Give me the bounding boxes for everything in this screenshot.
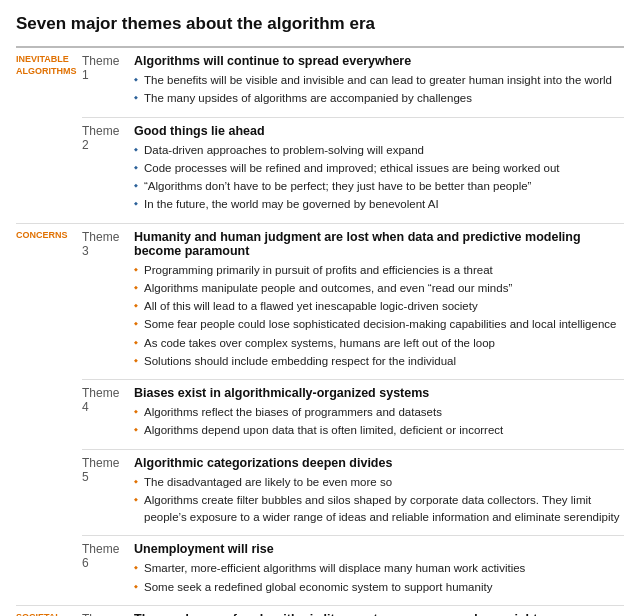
list-item: Solutions should include embedding respe… — [134, 353, 624, 370]
section-label: CONCERNS — [16, 223, 82, 605]
main-container: Seven major themes about the algorithm e… — [0, 0, 640, 616]
theme-content: Humanity and human judgment are lost whe… — [134, 223, 624, 380]
theme-content: Biases exist in algorithmically-organize… — [134, 380, 624, 450]
themes-table: INEVITABLE ALGORITHMSTheme 1Algorithms w… — [16, 46, 624, 616]
list-item: All of this will lead to a flawed yet in… — [134, 298, 624, 315]
page-title: Seven major themes about the algorithm e… — [16, 14, 624, 34]
theme-title: Biases exist in algorithmically-organize… — [134, 386, 624, 400]
list-item: Programming primarily in pursuit of prof… — [134, 262, 624, 279]
theme-title: Algorithmic categorizations deepen divid… — [134, 456, 624, 470]
theme-label: Theme 2 — [82, 117, 134, 223]
theme-title: Humanity and human judgment are lost whe… — [134, 230, 624, 258]
theme-content: Unemployment will riseSmarter, more-effi… — [134, 536, 624, 606]
list-item: Some seek a redefined global economic sy… — [134, 579, 624, 596]
table-row: SOCIETAL CHALLENGESTheme 7The need grows… — [16, 605, 624, 616]
list-item: The disadvantaged are likely to be even … — [134, 474, 624, 491]
table-row: Theme 5Algorithmic categorizations deepe… — [16, 449, 624, 536]
theme-label: Theme 3 — [82, 223, 134, 380]
theme-label: Theme 1 — [82, 47, 134, 117]
theme-label: Theme 6 — [82, 536, 134, 606]
list-item: Algorithms create filter bubbles and sil… — [134, 492, 624, 527]
table-row: CONCERNSTheme 3Humanity and human judgme… — [16, 223, 624, 380]
theme-label: Theme 5 — [82, 449, 134, 536]
list-item: Code processes will be refined and impro… — [134, 160, 624, 177]
list-item: “Algorithms don’t have to be perfect; th… — [134, 178, 624, 195]
list-item: As code takes over complex systems, huma… — [134, 335, 624, 352]
list-item: Algorithms depend upon data that is ofte… — [134, 422, 624, 439]
table-row: INEVITABLE ALGORITHMSTheme 1Algorithms w… — [16, 47, 624, 117]
list-item: The many upsides of algorithms are accom… — [134, 90, 624, 107]
theme-title: Algorithms will continue to spread every… — [134, 54, 624, 68]
list-item: The benefits will be visible and invisib… — [134, 72, 624, 89]
list-item: Smarter, more-efficient algorithms will … — [134, 560, 624, 577]
section-label: INEVITABLE ALGORITHMS — [16, 47, 82, 223]
theme-content: Algorithmic categorizations deepen divid… — [134, 449, 624, 536]
list-item: Some fear people could lose sophisticate… — [134, 316, 624, 333]
theme-label: Theme 7 — [82, 605, 134, 616]
theme-content: Good things lie aheadData-driven approac… — [134, 117, 624, 223]
theme-content: The need grows for algorithmic literacy,… — [134, 605, 624, 616]
section-label: SOCIETAL CHALLENGES — [16, 605, 82, 616]
list-item: Algorithms manipulate people and outcome… — [134, 280, 624, 297]
table-row: Theme 4Biases exist in algorithmically-o… — [16, 380, 624, 450]
list-item: Algorithms reflect the biases of program… — [134, 404, 624, 421]
theme-title: Unemployment will rise — [134, 542, 624, 556]
list-item: In the future, the world may be governed… — [134, 196, 624, 213]
table-row: Theme 2Good things lie aheadData-driven … — [16, 117, 624, 223]
table-row: Theme 6Unemployment will riseSmarter, mo… — [16, 536, 624, 606]
theme-title: Good things lie ahead — [134, 124, 624, 138]
theme-label: Theme 4 — [82, 380, 134, 450]
list-item: Data-driven approaches to problem-solvin… — [134, 142, 624, 159]
theme-content: Algorithms will continue to spread every… — [134, 47, 624, 117]
theme-title: The need grows for algorithmic literacy,… — [134, 612, 624, 616]
